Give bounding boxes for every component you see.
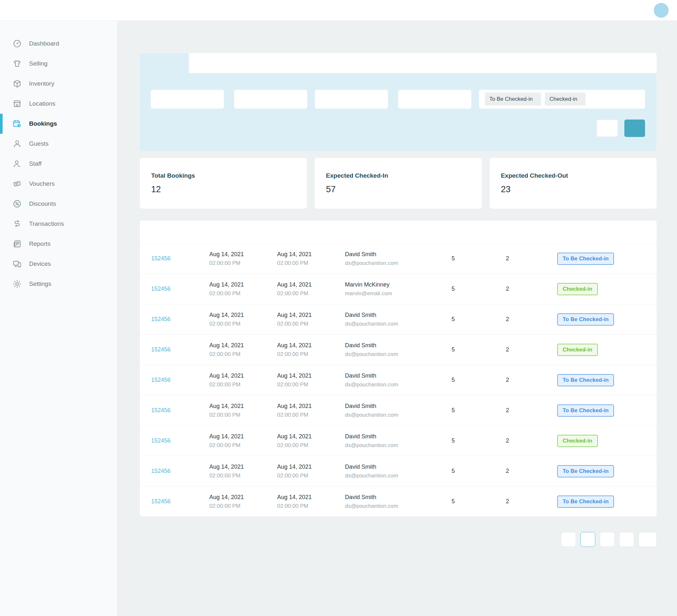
avatar[interactable] xyxy=(654,3,669,18)
page-button-2[interactable] xyxy=(600,532,615,547)
date-from-input[interactable] xyxy=(151,90,224,108)
sidebar-item-settings[interactable]: Settings xyxy=(0,274,117,294)
booked-by-name: Marvin McKinney xyxy=(345,281,449,288)
guests-count: 2 xyxy=(503,468,557,475)
status-filter-chip[interactable]: Checked-in xyxy=(545,93,586,105)
booking-number-link[interactable]: 152456 xyxy=(151,285,171,292)
stat-label: Expected Checked-In xyxy=(326,172,470,179)
nights-count: 5 xyxy=(449,377,503,384)
stat-card: Expected Checked-In 57 xyxy=(315,158,482,209)
sidebar-item-label: Dashboard xyxy=(29,40,59,47)
clear-filters-button[interactable] xyxy=(597,120,618,137)
sidebar-item-label: Settings xyxy=(29,280,51,288)
filter-panel: To Be Checked-in Checked-in xyxy=(140,73,657,151)
sidebar-item-bookings[interactable]: Bookings xyxy=(0,114,117,134)
status-select[interactable]: To Be Checked-in Checked-in xyxy=(479,90,645,108)
sidebar-item-transactions[interactable]: Transactions xyxy=(0,214,117,234)
booked-by-name: David Smith xyxy=(345,403,449,409)
guests-count: 2 xyxy=(503,255,557,262)
guests-count: 2 xyxy=(503,498,557,505)
sidebar-item-vouchers[interactable]: Vouchers xyxy=(0,174,117,194)
guests-count: 2 xyxy=(503,316,557,323)
reports-icon xyxy=(12,239,22,249)
dashboard-icon xyxy=(12,39,22,48)
nights-count: 5 xyxy=(449,407,503,414)
stat-value: 23 xyxy=(501,184,645,194)
status-badge: To Be Checked-in xyxy=(557,495,614,508)
arrival-date: Aug 14, 2021 xyxy=(209,281,277,288)
arrival-time: 02:00:00 PM xyxy=(209,351,277,358)
sidebar-item-label: Vouchers xyxy=(29,180,55,187)
settings-icon xyxy=(12,279,22,289)
status-badge: To Be Checked-in xyxy=(557,404,614,417)
sidebar-item-label: Staff xyxy=(29,160,42,167)
stats-row: Total Bookings 12 Expected Checked-In 57… xyxy=(140,158,657,209)
guests-count: 2 xyxy=(503,285,557,292)
stat-card: Expected Checked-Out 23 xyxy=(490,158,657,209)
departure-date: Aug 14, 2021 xyxy=(277,372,345,379)
date-to-input[interactable] xyxy=(234,90,307,108)
transactions-icon xyxy=(12,219,22,229)
table-row: 152456 Aug 14, 2021 02:00:00 PM Aug 14, … xyxy=(140,334,657,365)
next-page-button[interactable] xyxy=(619,532,634,547)
departure-date: Aug 14, 2021 xyxy=(277,433,345,440)
arrival-date: Aug 14, 2021 xyxy=(209,464,277,470)
status-badge: Checked-in xyxy=(557,435,598,447)
arrival-time: 02:00:00 PM xyxy=(209,382,277,388)
booking-number-link[interactable]: 152456 xyxy=(151,437,171,444)
page-button-1[interactable] xyxy=(580,532,595,547)
arrival-date: Aug 14, 2021 xyxy=(209,312,277,318)
table-row: 152456 Aug 14, 2021 02:00:00 PM Aug 14, … xyxy=(140,486,657,517)
booked-by-name: David Smith xyxy=(345,372,449,379)
arrival-time: 02:00:00 PM xyxy=(209,291,277,297)
sidebar-item-staff[interactable]: Staff xyxy=(0,154,117,174)
booked-by-name: David Smith xyxy=(345,312,449,318)
sidebar-item-locations[interactable]: Locations xyxy=(0,94,117,114)
stat-card: Total Bookings 12 xyxy=(140,158,307,209)
booking-number-link[interactable]: 152456 xyxy=(151,498,171,504)
booking-number-link[interactable]: 152456 xyxy=(151,468,171,474)
per-page-select[interactable] xyxy=(639,532,657,547)
booked-by-email: ds@pouchantion.com xyxy=(345,473,449,479)
departure-time: 02:00:00 PM xyxy=(277,442,345,449)
sidebar-item-label: Inventory xyxy=(29,80,54,87)
arrival-date: Aug 14, 2021 xyxy=(209,403,277,409)
sidebar-item-devices[interactable]: Devices xyxy=(0,254,117,274)
booking-number-link[interactable]: 152456 xyxy=(151,255,171,262)
nights-count: 5 xyxy=(449,468,503,475)
booking-number-link[interactable]: 152456 xyxy=(151,346,171,353)
sidebar-item-selling[interactable]: Selling xyxy=(0,54,117,74)
status-filter-chip[interactable]: To Be Checked-in xyxy=(485,93,541,105)
departure-time: 02:00:00 PM xyxy=(277,503,345,510)
booking-number-link[interactable]: 152456 xyxy=(151,316,171,322)
time-from-input[interactable] xyxy=(315,90,388,108)
sidebar-item-inventory[interactable]: Inventory xyxy=(0,74,117,94)
arrival-time: 02:00:00 PM xyxy=(209,412,277,418)
booking-number-link[interactable]: 152456 xyxy=(151,377,171,383)
search-input[interactable] xyxy=(197,59,648,67)
filters-tab[interactable] xyxy=(140,53,189,73)
departure-date: Aug 14, 2021 xyxy=(277,494,345,501)
vouchers-icon xyxy=(12,179,22,189)
departure-date: Aug 14, 2021 xyxy=(277,312,345,318)
guests-count: 2 xyxy=(503,407,557,414)
table-row: 152456 Aug 14, 2021 02:00:00 PM Aug 14, … xyxy=(140,243,657,274)
status-badge: To Be Checked-in xyxy=(557,374,614,386)
sidebar-item-guests[interactable]: Guests xyxy=(0,134,117,154)
devices-icon xyxy=(12,259,22,269)
prev-page-button[interactable] xyxy=(561,532,576,547)
booked-by-name: David Smith xyxy=(345,342,449,349)
locations-icon xyxy=(12,99,22,108)
stat-label: Total Bookings xyxy=(151,172,296,179)
apply-filters-button[interactable] xyxy=(624,120,645,137)
discounts-icon xyxy=(12,199,22,209)
sidebar-item-reports[interactable]: Reports xyxy=(0,234,117,254)
inventory-icon xyxy=(12,79,22,89)
booked-by-name: David Smith xyxy=(345,433,449,440)
sidebar-item-dashboard[interactable]: Dashboard xyxy=(0,34,117,54)
sidebar-nav: Dashboard Selling Inventory Locations Bo… xyxy=(0,21,118,616)
booking-number-link[interactable]: 152456 xyxy=(151,407,171,413)
time-to-input[interactable] xyxy=(398,90,471,108)
sidebar-item-discounts[interactable]: Discounts xyxy=(0,194,117,214)
table-row: 152456 Aug 14, 2021 02:00:00 PM Aug 14, … xyxy=(140,426,657,456)
